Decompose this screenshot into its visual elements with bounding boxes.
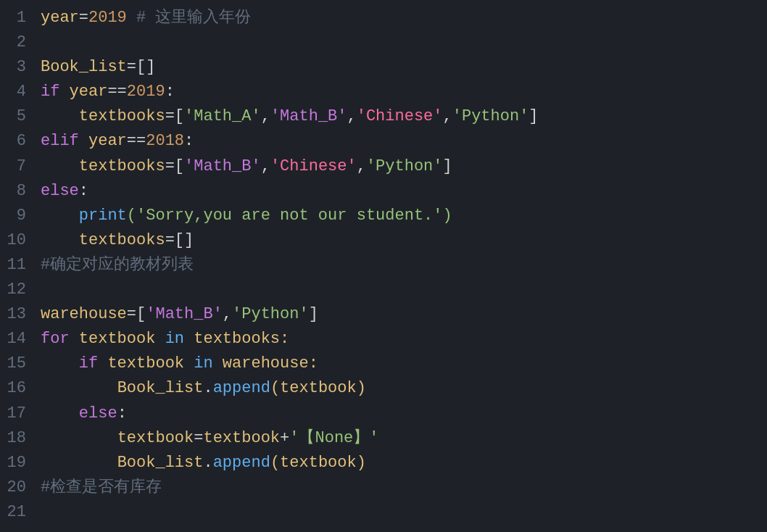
line-number: 20 xyxy=(0,475,26,500)
token: textbook xyxy=(98,354,194,373)
line-number: 5 xyxy=(0,104,26,129)
token: 2019 xyxy=(127,83,165,101)
token: year xyxy=(59,83,107,101)
token: 'Math_B' xyxy=(146,305,223,323)
line-number: 3 xyxy=(0,55,26,80)
line-numbers: 123456789101112131415161718192021 xyxy=(0,6,38,526)
token: =[ xyxy=(165,107,184,125)
token: textbook xyxy=(117,429,194,447)
token xyxy=(41,454,117,472)
token: =[ xyxy=(165,157,184,175)
token: 2019 xyxy=(88,9,127,27)
token: textbook xyxy=(203,429,280,447)
code-line: print('Sorry,you are not our student.') xyxy=(41,204,767,228)
token xyxy=(41,354,79,373)
token: #确定对应的教材列表 xyxy=(41,256,194,274)
line-number: 15 xyxy=(0,352,26,376)
line-number: 4 xyxy=(0,80,26,104)
code-line: warehouse=['Math_B','Python'] xyxy=(41,302,767,327)
code-content: year=2019 # 这里输入年份 Book_list=[]if year==… xyxy=(38,6,767,526)
token: , xyxy=(261,157,270,175)
code-line xyxy=(41,500,767,525)
token xyxy=(41,404,79,423)
token: 2018 xyxy=(146,132,184,150)
token: ] xyxy=(528,107,538,125)
token: warehouse xyxy=(41,305,127,323)
token: textbooks xyxy=(41,107,165,125)
code-line: textbooks=[] xyxy=(41,228,767,253)
code-line: elif year==2018: xyxy=(41,129,767,154)
token: 'Math_B' xyxy=(270,107,347,125)
line-number: 6 xyxy=(0,129,26,154)
token: year xyxy=(79,132,127,150)
code-line: year=2019 # 这里输入年份 xyxy=(41,6,767,30)
code-line: #检查是否有库存 xyxy=(41,475,767,500)
token: Book_list xyxy=(41,58,127,76)
line-number: 16 xyxy=(0,376,26,401)
token: in xyxy=(194,354,212,373)
token: in xyxy=(165,330,184,348)
token: ('Sorry,you are not our student.') xyxy=(127,207,452,225)
code-line: if year==2019: xyxy=(41,80,767,104)
token: : xyxy=(117,404,127,423)
line-number: 21 xyxy=(0,500,26,525)
code-line: for textbook in textbooks: xyxy=(41,327,767,352)
line-number: 14 xyxy=(0,327,26,352)
token: ] xyxy=(309,305,318,323)
token: + xyxy=(280,429,289,447)
token: for xyxy=(41,330,70,348)
token: else xyxy=(79,404,117,423)
code-line: else: xyxy=(41,179,767,204)
token xyxy=(41,207,79,225)
code-line: textbooks=['Math_B','Chinese','Python'] xyxy=(41,154,767,179)
token: 'Math_A' xyxy=(184,107,261,125)
code-line: if textbook in warehouse: xyxy=(41,352,767,376)
line-number: 1 xyxy=(0,6,26,30)
token: Book_list xyxy=(117,454,204,472)
code-line: #确定对应的教材列表 xyxy=(41,253,767,278)
line-number: 13 xyxy=(0,302,26,327)
token: : xyxy=(79,182,88,200)
token: =[] xyxy=(165,231,194,249)
token: elif xyxy=(41,132,79,150)
token: print xyxy=(79,207,127,225)
line-number: 11 xyxy=(0,253,26,278)
token: textbooks: xyxy=(184,330,289,348)
token: 'Math_B' xyxy=(184,157,261,175)
token: else xyxy=(41,182,79,200)
token: append xyxy=(213,379,270,397)
token: , xyxy=(357,157,366,175)
line-number: 19 xyxy=(0,451,26,475)
token: Book_list xyxy=(117,379,204,397)
token: ] xyxy=(443,157,452,175)
token xyxy=(41,379,117,397)
token: if xyxy=(79,354,98,373)
code-line xyxy=(41,30,767,55)
code-line: Book_list.append(textbook) xyxy=(41,376,767,401)
line-number: 8 xyxy=(0,179,26,204)
token: append xyxy=(213,454,270,472)
token xyxy=(41,429,117,447)
code-line: textbooks=['Math_A','Math_B','Chinese','… xyxy=(41,104,767,129)
token: textbook xyxy=(70,330,165,348)
code-editor: 123456789101112131415161718192021 year=2… xyxy=(0,0,767,532)
token: 'Python' xyxy=(366,157,443,175)
token: 'Chinese' xyxy=(270,157,357,175)
token: textbooks xyxy=(41,157,165,175)
token: 'Python' xyxy=(232,305,309,323)
token: (textbook) xyxy=(270,379,366,397)
token: , xyxy=(443,107,452,125)
token: , xyxy=(347,107,357,125)
token: =[] xyxy=(127,58,156,76)
line-number: 2 xyxy=(0,30,26,55)
line-number: 9 xyxy=(0,204,26,228)
token: (textbook) xyxy=(270,454,366,472)
token: textbooks xyxy=(41,231,165,249)
token: 'Chinese' xyxy=(357,107,443,125)
token: =[ xyxy=(127,305,146,323)
token: '【None】' xyxy=(289,429,378,447)
token: = xyxy=(79,9,88,27)
code-line: textbook=textbook+'【None】' xyxy=(41,426,767,451)
token: , xyxy=(261,107,270,125)
token: warehouse: xyxy=(213,354,318,373)
